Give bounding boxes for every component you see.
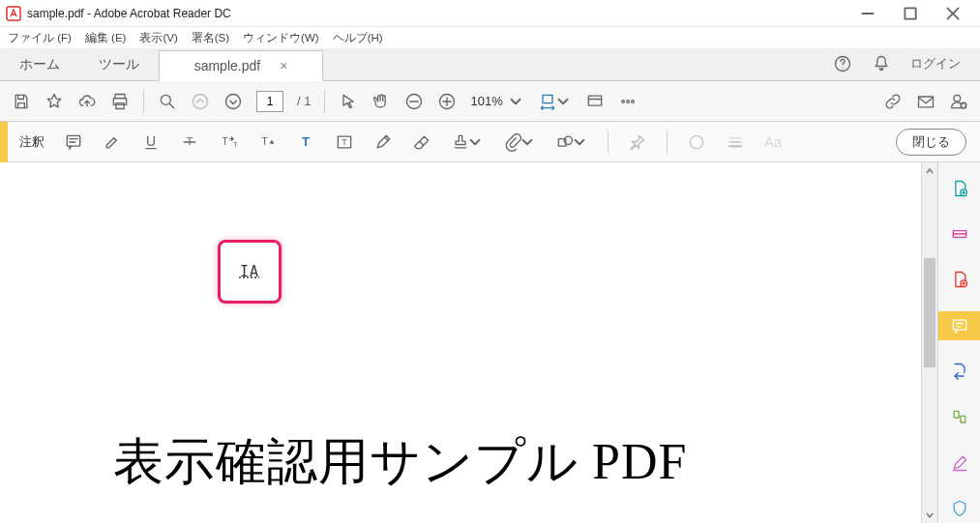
rail-sign-icon[interactable] xyxy=(938,449,981,477)
svg-point-12 xyxy=(193,94,208,108)
document-heading: 表示確認用サンプル PDF xyxy=(113,428,687,496)
share-link-icon[interactable] xyxy=(883,92,903,111)
separator xyxy=(143,90,144,113)
email-icon[interactable] xyxy=(916,92,935,111)
svg-line-40 xyxy=(385,137,388,140)
underline-icon[interactable] xyxy=(141,132,161,152)
rail-comment-icon[interactable] xyxy=(938,311,981,339)
vertical-scrollbar[interactable] xyxy=(921,162,937,523)
svg-rect-20 xyxy=(588,96,601,105)
svg-rect-56 xyxy=(954,411,959,418)
menu-sign[interactable]: 署名(S) xyxy=(192,31,229,45)
rail-combine-icon[interactable] xyxy=(938,219,981,247)
svg-rect-25 xyxy=(919,97,934,107)
login-link[interactable]: ログイン xyxy=(910,55,961,73)
svg-text:T: T xyxy=(342,137,347,147)
rail-protect-icon[interactable] xyxy=(938,495,981,523)
menu-view[interactable]: 表示(V) xyxy=(139,31,177,45)
star-icon[interactable] xyxy=(45,92,64,111)
rail-organize-icon[interactable] xyxy=(938,403,981,431)
hand-icon[interactable] xyxy=(371,92,391,111)
replace-text-icon[interactable]: TT xyxy=(219,132,238,152)
menu-file[interactable]: ファイル (F) xyxy=(8,31,72,45)
page-up-icon[interactable] xyxy=(191,92,210,111)
bell-icon[interactable] xyxy=(872,54,891,73)
close-comment-button[interactable]: 閉じる xyxy=(896,129,966,156)
menu-window[interactable]: ウィンドウ(W) xyxy=(243,31,319,45)
color-icon[interactable] xyxy=(687,132,706,152)
scroll-down-icon[interactable] xyxy=(922,507,937,523)
titlebar: sample.pdf - Adobe Acrobat Reader DC xyxy=(0,0,980,27)
share-person-icon[interactable] xyxy=(949,92,968,111)
scroll-thumb[interactable] xyxy=(924,258,935,367)
tab-tools[interactable]: ツール xyxy=(79,49,159,80)
comment-toolbar: 注釈 T TT T T T Aa 閉じる xyxy=(0,122,980,162)
tab-document[interactable]: sample.pdf × xyxy=(159,50,323,81)
draw-shapes-icon[interactable] xyxy=(555,132,588,152)
scroll-up-icon[interactable] xyxy=(922,162,937,179)
document-view[interactable]: IA 表示確認用サンプル PDF xyxy=(0,162,921,523)
svg-point-10 xyxy=(161,95,170,104)
menubar: ファイル (F) 編集 (E) 表示(V) 署名(S) ウィンドウ(W) ヘルプ… xyxy=(0,27,980,48)
tabbar-right: ログイン xyxy=(814,47,980,80)
eraser-icon[interactable] xyxy=(412,132,431,152)
svg-line-41 xyxy=(420,141,424,145)
tab-home[interactable]: ホーム xyxy=(0,49,79,80)
strikethrough-icon[interactable]: T xyxy=(180,132,199,152)
find-icon[interactable] xyxy=(158,92,177,111)
zoom-in-icon[interactable] xyxy=(437,92,457,111)
page-down-icon[interactable] xyxy=(223,92,243,111)
save-icon[interactable] xyxy=(12,92,31,111)
zoom-out-icon[interactable] xyxy=(404,92,424,111)
maximize-button[interactable] xyxy=(889,0,932,26)
more-icon[interactable] xyxy=(618,92,638,111)
svg-rect-9 xyxy=(116,102,124,108)
cloud-upload-icon[interactable] xyxy=(77,92,97,111)
chevron-down-icon xyxy=(554,93,572,110)
rail-edit-pdf-icon[interactable] xyxy=(938,266,981,294)
svg-rect-2 xyxy=(905,8,915,18)
pin-icon[interactable] xyxy=(628,132,647,152)
font-icon[interactable]: Aa xyxy=(764,133,782,150)
svg-text:T: T xyxy=(261,134,268,146)
sticky-note-icon[interactable] xyxy=(64,132,83,152)
tabbar: ホーム ツール sample.pdf × ログイン xyxy=(0,48,980,81)
cursor-text-sample: IA xyxy=(240,263,259,280)
attach-icon[interactable] xyxy=(503,132,536,152)
print-icon[interactable] xyxy=(110,92,130,111)
highlight-icon[interactable] xyxy=(103,132,122,152)
svg-text:T: T xyxy=(302,134,310,149)
chevron-down-icon xyxy=(507,93,524,110)
rail-create-pdf-icon[interactable] xyxy=(938,174,981,202)
insert-text-icon[interactable]: T xyxy=(257,132,277,152)
tab-document-label: sample.pdf xyxy=(194,58,260,73)
svg-text:T: T xyxy=(186,134,193,147)
svg-text:T: T xyxy=(223,135,228,146)
zoom-level[interactable]: 101% xyxy=(470,93,523,110)
menu-help[interactable]: ヘルプ(H) xyxy=(333,31,383,45)
comment-label: 注釈 xyxy=(19,133,45,151)
textbox-icon[interactable]: T xyxy=(335,132,354,152)
svg-rect-53 xyxy=(953,320,965,330)
add-text-icon[interactable]: T xyxy=(296,132,315,152)
content-area: IA 表示確認用サンプル PDF xyxy=(0,162,980,523)
close-tab-icon[interactable]: × xyxy=(280,58,287,73)
fit-width-icon[interactable] xyxy=(538,92,572,111)
help-icon[interactable] xyxy=(833,54,852,73)
stamp-icon[interactable] xyxy=(451,132,484,152)
svg-point-26 xyxy=(954,95,961,102)
rail-export-icon[interactable] xyxy=(938,358,981,386)
svg-point-22 xyxy=(621,100,624,102)
svg-point-24 xyxy=(631,100,634,102)
page-number-input[interactable] xyxy=(256,91,283,112)
select-icon[interactable] xyxy=(339,92,358,111)
svg-text:T: T xyxy=(233,140,238,149)
line-weight-icon[interactable] xyxy=(726,132,745,152)
pencil-icon[interactable] xyxy=(373,132,393,152)
close-button[interactable] xyxy=(932,0,974,26)
read-mode-icon[interactable] xyxy=(585,92,605,111)
minimize-button[interactable] xyxy=(846,0,889,26)
menu-edit[interactable]: 編集 (E) xyxy=(85,31,127,45)
tools-rail xyxy=(937,162,980,523)
svg-rect-57 xyxy=(960,416,965,422)
